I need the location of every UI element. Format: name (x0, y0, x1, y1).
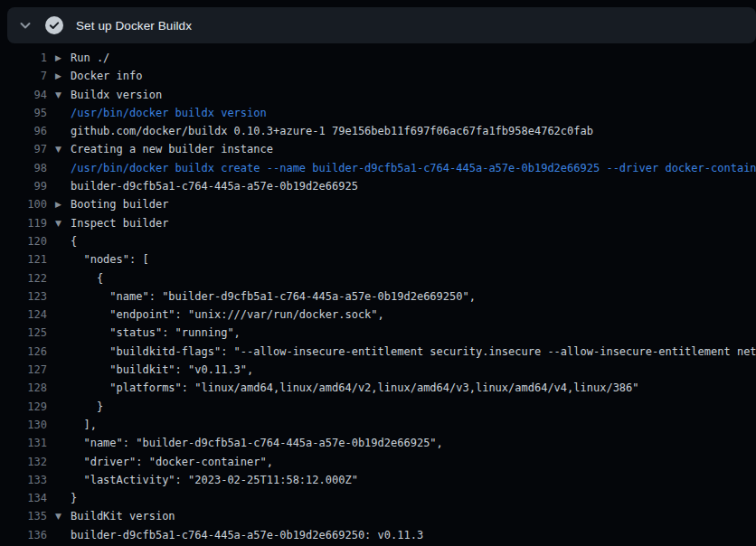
log-group-row[interactable]: 94▼Buildx version (0, 86, 756, 104)
log-text: } (71, 398, 756, 416)
line-number[interactable]: 124 (0, 306, 47, 324)
group-collapse-icon[interactable]: ▼ (47, 214, 71, 232)
log-line: 130 ], (0, 416, 756, 434)
log-text: "status": "running", (71, 324, 756, 342)
line-number[interactable]: 135 (0, 507, 47, 525)
chevron-down-icon[interactable] (18, 18, 33, 33)
gutter-spacer (47, 159, 71, 177)
group-title[interactable]: Run ./ (71, 49, 756, 67)
line-number[interactable]: 131 (0, 434, 47, 452)
gutter-spacer (47, 177, 71, 195)
gutter-spacer (47, 250, 71, 268)
line-number[interactable]: 120 (0, 232, 47, 250)
log-text: "buildkit": "v0.11.3", (71, 361, 756, 379)
group-collapse-icon[interactable]: ▼ (47, 507, 71, 525)
group-expand-icon[interactable]: ▶ (47, 67, 71, 85)
line-number[interactable]: 127 (0, 361, 47, 379)
log-text: "name": "builder-d9cfb5a1-c764-445a-a57e… (71, 287, 756, 306)
group-collapse-icon[interactable]: ▼ (47, 86, 71, 104)
log-line: 99builder-d9cfb5a1-c764-445a-a57e-0b19d2… (0, 177, 756, 195)
line-number[interactable]: 7 (0, 67, 47, 85)
line-number[interactable]: 129 (0, 398, 47, 416)
actions-log-panel: Set up Docker Buildx 1▶Run ./7▶Docker in… (0, 0, 756, 546)
line-number[interactable]: 96 (0, 122, 47, 140)
gutter-spacer (47, 324, 71, 342)
log-line: 125 "status": "running", (0, 324, 756, 342)
log-line: 96github.com/docker/buildx 0.10.3+azure-… (0, 122, 756, 140)
line-number[interactable]: 98 (0, 159, 47, 177)
log-line: 98/usr/bin/docker buildx create --name b… (0, 159, 756, 177)
gutter-spacer (47, 343, 71, 361)
group-title[interactable]: Booting builder (71, 195, 756, 213)
line-number[interactable]: 132 (0, 453, 47, 471)
line-number[interactable]: 94 (0, 86, 47, 104)
log-text: builder-d9cfb5a1-c764-445a-a57e-0b19d2e6… (71, 177, 756, 195)
log-group-row[interactable]: 135▼BuildKit version (0, 507, 756, 525)
log-group-row[interactable]: 1▶Run ./ (0, 49, 756, 67)
log-line: 128 "platforms": "linux/amd64,linux/amd6… (0, 379, 756, 397)
log-text: "platforms": "linux/amd64,linux/amd64/v2… (71, 379, 756, 397)
line-number[interactable]: 133 (0, 471, 47, 489)
line-number[interactable]: 136 (0, 526, 47, 544)
log-text: "endpoint": "unix:///var/run/docker.sock… (71, 306, 756, 324)
group-collapse-icon[interactable]: ▼ (47, 140, 71, 158)
log-line: 132 "driver": "docker-container", (0, 453, 756, 471)
log-text: builder-d9cfb5a1-c764-445a-a57e-0b19d2e6… (71, 526, 756, 544)
group-expand-icon[interactable]: ▶ (47, 49, 71, 67)
group-title[interactable]: BuildKit version (71, 507, 756, 525)
line-number[interactable]: 130 (0, 416, 47, 434)
gutter-spacer (47, 434, 71, 452)
gutter-spacer (47, 287, 71, 306)
gutter-spacer (47, 104, 71, 122)
log-text: "nodes": [ (71, 250, 756, 268)
line-number[interactable]: 99 (0, 177, 47, 195)
log-text: { (71, 232, 756, 250)
log-group-row[interactable]: 119▼Inspect builder (0, 214, 756, 232)
gutter-spacer (47, 526, 71, 544)
gutter-spacer (47, 122, 71, 140)
line-number[interactable]: 123 (0, 287, 47, 306)
gutter-spacer (47, 269, 71, 287)
gutter-spacer (47, 379, 71, 397)
log-line: 129 } (0, 398, 756, 416)
log-line: 121 "nodes": [ (0, 250, 756, 268)
check-circle-icon (45, 16, 63, 34)
gutter-spacer (47, 232, 71, 250)
group-title[interactable]: Inspect builder (71, 214, 756, 232)
group-title[interactable]: Docker info (71, 67, 756, 85)
log-group-row[interactable]: 97▼Creating a new builder instance (0, 140, 756, 158)
group-title[interactable]: Buildx version (71, 86, 756, 104)
log-text: /usr/bin/docker buildx create --name bui… (71, 159, 756, 177)
line-number[interactable]: 128 (0, 379, 47, 397)
line-number[interactable]: 126 (0, 343, 47, 361)
line-number[interactable]: 97 (0, 140, 47, 158)
line-number[interactable]: 1 (0, 49, 47, 67)
log-line: 123 "name": "builder-d9cfb5a1-c764-445a-… (0, 287, 756, 306)
log-line: 134} (0, 489, 756, 507)
log-text: github.com/docker/buildx 0.10.3+azure-1 … (71, 122, 756, 140)
group-title[interactable]: Creating a new builder instance (71, 140, 756, 158)
log-group-row[interactable]: 7▶Docker info (0, 67, 756, 85)
log-text: "driver": "docker-container", (71, 453, 756, 471)
log-text: "name": "builder-d9cfb5a1-c764-445a-a57e… (71, 434, 756, 452)
line-number[interactable]: 122 (0, 269, 47, 287)
step-header[interactable]: Set up Docker Buildx (7, 7, 756, 43)
log-text: ], (71, 416, 756, 434)
line-number[interactable]: 134 (0, 489, 47, 507)
log-text: { (71, 269, 756, 287)
log-text: "buildkitd-flags": "--allow-insecure-ent… (71, 343, 756, 361)
step-title: Set up Docker Buildx (76, 19, 192, 33)
line-number[interactable]: 125 (0, 324, 47, 342)
line-number[interactable]: 121 (0, 250, 47, 268)
log-group-row[interactable]: 100▶Booting builder (0, 195, 756, 213)
group-expand-icon[interactable]: ▶ (47, 195, 71, 213)
line-number[interactable]: 119 (0, 214, 47, 232)
gutter-spacer (47, 398, 71, 416)
gutter-spacer (47, 361, 71, 379)
log-line: 133 "lastActivity": "2023-02-25T11:58:12… (0, 471, 756, 489)
line-number[interactable]: 95 (0, 104, 47, 122)
gutter-spacer (47, 471, 71, 489)
log-text: } (71, 489, 756, 507)
gutter-spacer (47, 416, 71, 434)
line-number[interactable]: 100 (0, 195, 47, 213)
